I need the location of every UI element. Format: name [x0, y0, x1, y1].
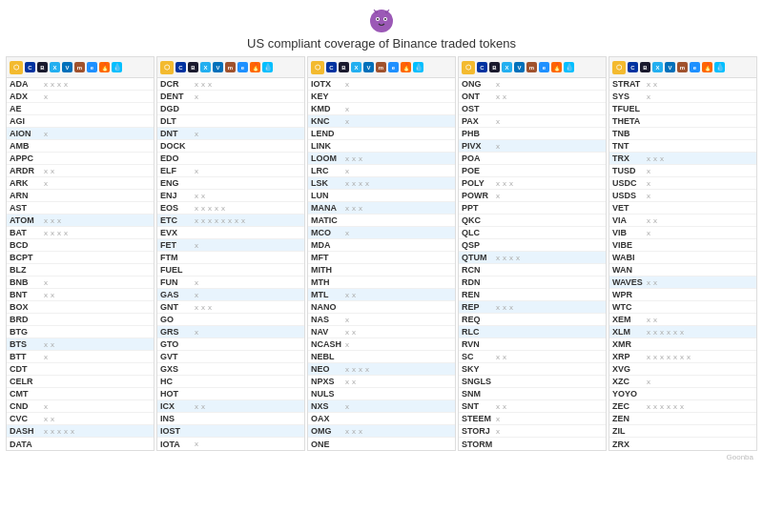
token-marks: xxx — [496, 179, 513, 188]
token-name: ZEN — [612, 414, 647, 423]
token-name: AE — [10, 104, 44, 113]
token-name: STRAT — [612, 79, 647, 89]
token-name: BNT — [10, 290, 44, 299]
token-marks: x — [647, 229, 650, 237]
token-name: ARN — [10, 191, 44, 200]
token-name: LUN — [311, 191, 345, 200]
token-name: RCN — [462, 265, 496, 275]
table-row: DOCK — [157, 140, 304, 153]
table-row: AGI — [7, 115, 154, 128]
table-row: WAN — [609, 264, 756, 276]
token-name: STORJ — [462, 426, 496, 436]
columns-wrapper: ⬡CBXVme🔥💧ADAxxxxADXxAEAGIAIONxAMBAPPCARD… — [6, 56, 757, 451]
table-row: VET — [609, 202, 756, 215]
token-name: XZC — [612, 377, 647, 386]
table-row: MANAxxx — [308, 202, 455, 215]
token-name: SKY — [462, 364, 496, 374]
table-row: AE — [7, 103, 154, 115]
token-marks: x — [195, 291, 198, 299]
table-row: FUEL — [157, 264, 304, 276]
token-name: POA — [462, 153, 496, 163]
token-marks: x — [195, 278, 198, 287]
token-name: BLZ — [10, 265, 44, 275]
token-name: FET — [160, 240, 195, 250]
token-marks: xxxx — [496, 254, 520, 262]
table-row: KEY — [308, 91, 455, 103]
table-row: STORJx — [459, 425, 606, 438]
token-marks: xx — [647, 216, 657, 225]
token-name: GNT — [160, 302, 195, 312]
table-row: OAX — [308, 413, 455, 425]
table-row: NEOxxxx — [308, 363, 455, 376]
table-row: LUN — [308, 190, 455, 202]
token-name: XEM — [612, 315, 647, 324]
token-name: HC — [160, 377, 195, 386]
column-1: ⬡CBXVme🔥💧ADAxxxxADXxAEAGIAIONxAMBAPPCARD… — [6, 56, 155, 451]
token-marks: xx — [496, 92, 506, 101]
token-marks: xxx — [44, 216, 61, 225]
token-marks: x — [345, 229, 349, 237]
table-row: MFT — [308, 252, 455, 264]
table-row: POLYxxx — [459, 177, 606, 190]
table-row: FTM — [157, 252, 304, 264]
token-name: ARDR — [10, 166, 44, 175]
table-row: MTLxx — [308, 289, 455, 301]
token-name: GRS — [160, 327, 195, 337]
token-marks: x — [44, 353, 48, 361]
token-marks: x — [647, 179, 650, 188]
table-row: XRPxxxxxxx — [609, 351, 756, 363]
token-marks: x — [496, 427, 500, 436]
table-row: ELFx — [157, 165, 304, 177]
token-name: BAT — [10, 228, 44, 237]
table-row: BCPT — [7, 252, 154, 264]
token-marks: xx — [496, 402, 506, 411]
table-row: VIBE — [609, 239, 756, 252]
token-name: DNT — [160, 129, 195, 138]
table-row: BOX — [7, 301, 154, 314]
table-row: RVN — [459, 338, 606, 351]
token-name: SNM — [462, 389, 496, 399]
table-row: THETA — [609, 115, 756, 128]
token-name: PIVX — [462, 141, 496, 151]
table-row: YOYO — [609, 388, 756, 400]
table-row: AMB — [7, 140, 154, 153]
table-row: LEND — [308, 128, 455, 140]
table-row: LSKxxxx — [308, 177, 455, 190]
token-name: HOT — [160, 389, 195, 399]
token-name: FUEL — [160, 265, 195, 275]
token-name: NANO — [311, 302, 345, 312]
table-row: WABI — [609, 252, 756, 264]
token-name: DGD — [160, 104, 195, 113]
token-marks: xx — [44, 415, 54, 423]
token-name: ONE — [311, 440, 345, 449]
table-row: MTH — [308, 276, 455, 289]
token-name: MANA — [311, 203, 345, 213]
table-row: QLC — [459, 227, 606, 239]
table-row: QKC — [459, 215, 606, 227]
table-row: NANO — [308, 301, 455, 314]
table-row: STEEMx — [459, 413, 606, 425]
token-marks: x — [345, 80, 349, 89]
table-row: ONE — [308, 438, 455, 450]
table-row: OMGxxx — [308, 425, 455, 438]
table-row: BTG — [7, 326, 154, 338]
token-marks: xxxxx — [44, 427, 74, 436]
token-name: EDO — [160, 153, 195, 163]
table-row: TFUEL — [609, 103, 756, 115]
token-name: QSP — [462, 240, 496, 250]
token-marks: x — [496, 192, 500, 200]
table-row: ZRX — [609, 438, 756, 450]
table-row: NCASHx — [308, 338, 455, 351]
table-row: XLMxxxxxx — [609, 326, 756, 338]
token-name: ONT — [462, 92, 496, 101]
token-marks: x — [647, 378, 650, 386]
token-name: QKC — [462, 215, 496, 225]
token-marks: x — [345, 340, 349, 349]
token-marks: x — [647, 92, 650, 101]
table-row: SNGLS — [459, 376, 606, 388]
token-name: QTUM — [462, 253, 496, 262]
table-row: HOT — [157, 388, 304, 400]
token-name: BTS — [10, 339, 44, 349]
token-name: STEEM — [462, 414, 496, 423]
token-name: LOOM — [311, 153, 345, 163]
